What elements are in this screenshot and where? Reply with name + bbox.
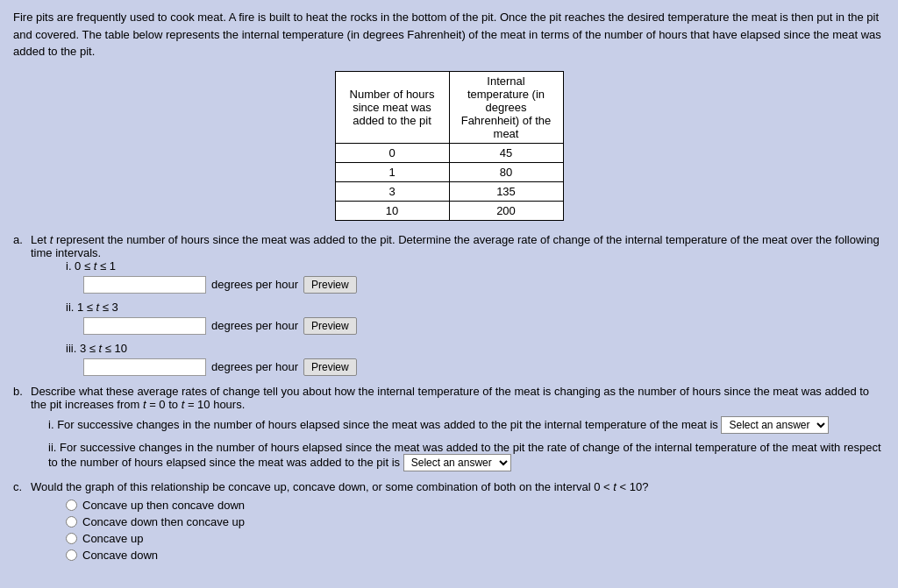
part-a-i-unit: degrees per hour (211, 278, 298, 291)
table-cell-temp: 135 (449, 181, 563, 201)
part-b-i-label: i. (48, 418, 54, 431)
table-cell-hours: 1 (335, 162, 449, 181)
part-a-label: a. (13, 233, 25, 246)
radio-concave-down[interactable] (66, 549, 77, 561)
part-c-section: c. Would the graph of this relationship … (13, 480, 885, 562)
part-a-i-answer-row: degrees per hour Preview (83, 276, 885, 294)
radio-item-4: Concave down (66, 549, 885, 562)
part-b-ii-label: ii. (48, 441, 56, 454)
part-a-i-input[interactable] (83, 276, 206, 294)
part-a-iii-label: iii. 3 ≤ t ≤ 10 (66, 342, 885, 355)
table-cell-hours: 3 (335, 181, 449, 201)
radio-concave-up-down[interactable] (66, 499, 77, 511)
data-table-container: Number of hours since meat was added to … (13, 71, 885, 221)
part-c-text: Would the graph of this relationship be … (31, 480, 648, 493)
radio-item-2: Concave down then concave up (66, 515, 885, 528)
table-row: 045 (335, 143, 563, 162)
part-a-header: a. Let t represent the number of hours s… (13, 233, 885, 259)
part-a-ii-section: ii. 1 ≤ t ≤ 3 degrees per hour Preview (31, 301, 885, 335)
part-a-i-preview-btn[interactable]: Preview (303, 276, 357, 294)
intro-paragraph: Fire pits are frequently used to cook me… (13, 9, 885, 60)
table-row: 10200 (335, 201, 563, 220)
part-a-text: Let t represent the number of hours sinc… (31, 233, 885, 259)
part-b-i-select-wrapper: Select an answer increasing decreasing c… (721, 416, 829, 434)
part-a-ii-answer-row: degrees per hour Preview (83, 317, 885, 335)
part-a-section: a. Let t represent the number of hours s… (13, 233, 885, 376)
part-a-ii-input[interactable] (83, 317, 206, 335)
part-a-iii-section: iii. 3 ≤ t ≤ 10 degrees per hour Preview (31, 342, 885, 376)
radio-label-1: Concave up then concave down (82, 499, 245, 512)
table-row: 180 (335, 162, 563, 181)
part-b-i-content: For successive changes in the number of … (57, 418, 721, 431)
intro-text2: The table below represents the internal … (13, 28, 881, 59)
part-b-ii-select-wrapper: Select an answer increasing decreasing c… (403, 454, 511, 471)
col1-header: Number of hours since meat was added to … (335, 71, 449, 143)
radio-label-4: Concave down (82, 549, 158, 562)
radio-concave-down-up[interactable] (66, 516, 77, 528)
part-b-label: b. (13, 385, 25, 398)
table-cell-temp: 80 (449, 162, 563, 181)
radio-label-3: Concave up (82, 532, 143, 545)
part-b-i-select[interactable]: Select an answer increasing decreasing c… (721, 416, 829, 434)
part-b-section: b. Describe what these average rates of … (13, 385, 885, 471)
part-b-header: b. Describe what these average rates of … (13, 385, 885, 411)
table-cell-temp: 45 (449, 143, 563, 162)
part-b-i-text: i. For successive changes in the number … (48, 416, 885, 434)
part-a-i-label: i. 0 ≤ t ≤ 1 (66, 259, 885, 273)
temperature-table: Number of hours since meat was added to … (335, 71, 564, 221)
part-b-ii-select[interactable]: Select an answer increasing decreasing c… (403, 454, 511, 471)
table-cell-temp: 200 (449, 201, 563, 220)
part-c-header: c. Would the graph of this relationship … (13, 480, 885, 493)
radio-concave-up[interactable] (66, 533, 77, 544)
part-b-i-section: i. For successive changes in the number … (48, 416, 885, 434)
radio-label-2: Concave down then concave up (82, 515, 245, 528)
part-a-iii-input[interactable] (83, 358, 206, 376)
part-a-iii-answer-row: degrees per hour Preview (83, 358, 885, 376)
part-a-ii-preview-btn[interactable]: Preview (303, 317, 357, 335)
part-a-iii-unit: degrees per hour (211, 360, 298, 373)
part-c-label: c. (13, 480, 25, 493)
table-row: 3135 (335, 181, 563, 201)
radio-item-1: Concave up then concave down (66, 499, 885, 512)
table-cell-hours: 10 (335, 201, 449, 220)
part-b-text: Describe what these average rates of cha… (31, 385, 885, 411)
col2-header: Internal temperature (in degrees Fahrenh… (449, 71, 563, 143)
part-c-radio-group: Concave up then concave down Concave dow… (66, 499, 885, 562)
part-a-i-section: i. 0 ≤ t ≤ 1 degrees per hour Preview (31, 259, 885, 294)
part-b-ii-text: ii. For successive changes in the number… (48, 441, 885, 471)
part-b-ii-section: ii. For successive changes in the number… (48, 441, 885, 471)
part-a-ii-label: ii. 1 ≤ t ≤ 3 (66, 301, 885, 314)
part-a-iii-preview-btn[interactable]: Preview (303, 358, 357, 376)
part-a-ii-unit: degrees per hour (211, 319, 298, 332)
table-cell-hours: 0 (335, 143, 449, 162)
radio-item-3: Concave up (66, 532, 885, 545)
